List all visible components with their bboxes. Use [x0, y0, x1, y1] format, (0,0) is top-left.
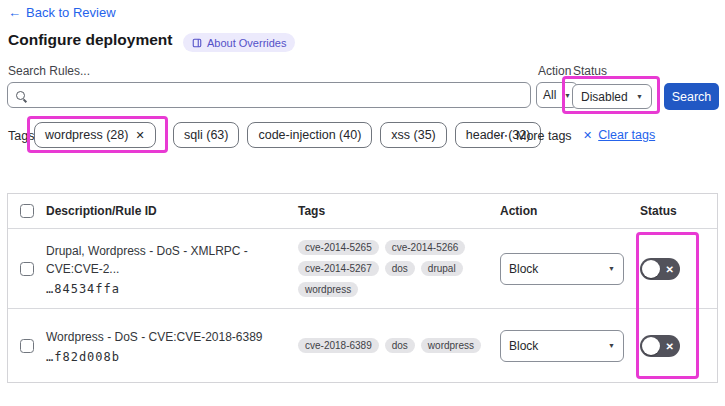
- action-select[interactable]: Block ▼: [500, 330, 624, 362]
- search-rules-box: [7, 82, 531, 108]
- action-filter-value: All: [543, 88, 556, 102]
- rule-id: …f82d008b: [46, 350, 290, 364]
- back-link-label: Back to Review: [26, 5, 116, 20]
- clear-tags-label: Clear tags: [598, 128, 655, 142]
- status-filter-select[interactable]: Disabled ▼: [572, 84, 652, 109]
- rule-tag-chip: cve-2018-6389: [298, 338, 379, 353]
- page-title: Configure deployment: [8, 31, 172, 49]
- rule-tag-chip: cve-2014-5265: [298, 240, 379, 255]
- status-toggle[interactable]: ✕: [640, 258, 680, 280]
- select-all-checkbox[interactable]: [20, 204, 34, 218]
- search-rules-label: Search Rules...: [8, 64, 90, 78]
- about-overrides-badge[interactable]: About Overrides: [183, 33, 295, 52]
- selected-tag-wordpress[interactable]: wordpress (28) ✕: [34, 122, 156, 148]
- rule-tag-chip: cve-2014-5267: [298, 261, 379, 276]
- action-select-value: Block: [509, 339, 538, 353]
- book-icon: [192, 38, 202, 48]
- rule-tag-chip: drupal: [421, 261, 463, 276]
- rule-description: Wordpress - DoS - CVE:CVE-2018-6389: [46, 328, 290, 346]
- search-rules-input[interactable]: [31, 88, 522, 102]
- rule-tag-chip: wordpress: [421, 338, 481, 353]
- action-select-value: Block: [509, 262, 538, 276]
- configure-deployment-page: ← Back to Review Configure deployment Ab…: [0, 0, 725, 406]
- status-filter-label: Status: [573, 64, 607, 78]
- ellipsis-icon: ⋯: [495, 128, 509, 143]
- table-row: Wordpress - DoS - CVE:CVE-2018-6389 …f82…: [8, 309, 717, 382]
- toggle-off-icon: ✕: [666, 340, 674, 351]
- clear-tags-link[interactable]: ✕ Clear tags: [583, 128, 655, 142]
- row-checkbox[interactable]: [20, 262, 34, 276]
- chevron-down-icon: ▼: [564, 92, 571, 99]
- status-filter-value: Disabled: [581, 90, 628, 104]
- rule-id: …84534ffa: [46, 282, 290, 296]
- chevron-down-icon: ▼: [608, 265, 615, 272]
- status-toggle[interactable]: ✕: [640, 335, 680, 357]
- action-filter-label: Action: [538, 64, 571, 78]
- column-header-description: Description/Rule ID: [46, 204, 298, 218]
- rules-table: Description/Rule ID Tags Action Status D…: [7, 193, 718, 383]
- remove-tag-icon[interactable]: ✕: [135, 129, 144, 142]
- chevron-down-icon: ▼: [608, 342, 615, 349]
- back-to-review-link[interactable]: ← Back to Review: [8, 5, 116, 20]
- more-tags-label: More tags: [516, 129, 572, 143]
- back-arrow-icon: ←: [8, 5, 21, 20]
- search-icon: [16, 91, 25, 100]
- table-header-row: Description/Rule ID Tags Action Status: [8, 194, 717, 229]
- table-row: Drupal, Wordpress - DoS - XMLRPC - CVE:C…: [8, 229, 717, 309]
- filter-tag-pill[interactable]: sqli (63): [173, 122, 239, 148]
- chevron-down-icon: ▼: [636, 93, 643, 100]
- selected-tag-label: wordpress (28): [45, 128, 128, 142]
- rule-tag-list: cve-2018-6389doswordpress: [298, 338, 496, 353]
- about-overrides-label: About Overrides: [207, 37, 286, 49]
- rule-description: Drupal, Wordpress - DoS - XMLRPC - CVE:C…: [46, 242, 290, 278]
- action-select[interactable]: Block ▼: [500, 253, 624, 285]
- column-header-tags: Tags: [298, 204, 500, 218]
- rule-tag-chip: dos: [385, 261, 415, 276]
- rule-tag-list: cve-2014-5265cve-2014-5266cve-2014-5267d…: [298, 240, 496, 297]
- rule-tag-chip: wordpress: [298, 282, 358, 297]
- filter-tag-pill[interactable]: code-injection (40): [247, 122, 372, 148]
- toggle-knob: [642, 260, 660, 278]
- row-checkbox[interactable]: [20, 339, 34, 353]
- more-tags-button[interactable]: ⋯ More tags: [495, 128, 572, 143]
- rule-tag-chip: cve-2014-5266: [385, 240, 466, 255]
- column-header-status: Status: [640, 204, 717, 218]
- clear-icon: ✕: [583, 129, 592, 142]
- toggle-off-icon: ✕: [666, 263, 674, 274]
- toggle-knob: [642, 337, 660, 355]
- filter-tag-pill[interactable]: xss (35): [380, 122, 446, 148]
- filter-tag-list: sqli (63)code-injection (40)xss (35)head…: [173, 122, 541, 148]
- column-header-action: Action: [500, 204, 640, 218]
- search-button[interactable]: Search: [664, 83, 719, 110]
- rule-tag-chip: dos: [385, 338, 415, 353]
